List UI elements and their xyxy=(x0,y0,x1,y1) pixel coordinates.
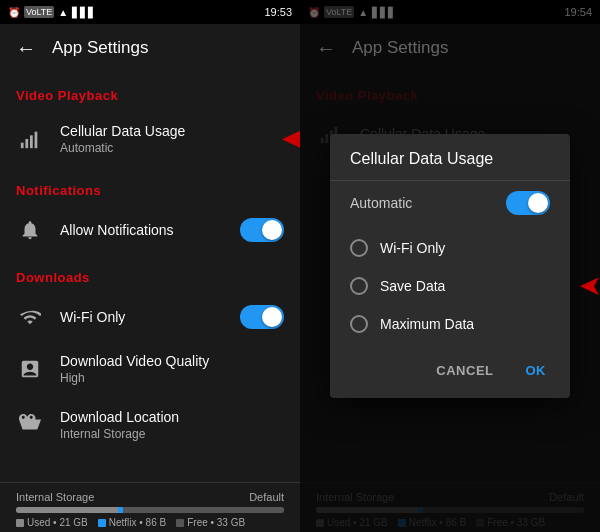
status-bar-left-icons: ⏰ VoLTE ▲ ▋▋▋ xyxy=(8,6,96,18)
alarm-icon: ⏰ xyxy=(8,7,20,18)
legend-free: Free • 33 GB xyxy=(176,517,245,528)
section-video-playback: Video Playback xyxy=(0,72,300,111)
location-icon xyxy=(16,414,44,436)
svg-rect-1 xyxy=(25,139,28,148)
dialog-option-maximum-data-label: Maximum Data xyxy=(380,316,474,332)
wifi-only-item[interactable]: Wi-Fi Only xyxy=(0,293,300,341)
section-downloads: Downloads xyxy=(0,254,300,293)
download-quality-text: Download Video Quality High xyxy=(60,353,284,385)
download-quality-item[interactable]: Download Video Quality High xyxy=(0,341,300,397)
svg-rect-0 xyxy=(21,143,24,149)
radio-wifi-only xyxy=(350,239,368,257)
dialog-automatic-label: Automatic xyxy=(350,195,412,211)
cellular-data-item[interactable]: Cellular Data Usage Automatic ➤ xyxy=(0,111,300,167)
wifi-only-title: Wi-Fi Only xyxy=(60,309,224,325)
dialog-actions: CANCEL OK xyxy=(330,347,570,390)
storage-legend-left: Used • 21 GB Netflix • 86 B Free • 33 GB xyxy=(16,517,284,528)
storage-free-bar xyxy=(123,507,284,513)
download-location-subtitle: Internal Storage xyxy=(60,427,284,441)
storage-bar-left xyxy=(16,507,284,513)
red-arrow-dialog: ➤ xyxy=(579,272,600,300)
download-location-text: Download Location Internal Storage xyxy=(60,409,284,441)
status-time-left: 19:53 xyxy=(264,6,292,18)
wifi-only-text: Wi-Fi Only xyxy=(60,309,224,325)
allow-notifications-title: Allow Notifications xyxy=(60,222,224,238)
svg-rect-2 xyxy=(30,135,33,148)
storage-used-bar xyxy=(16,507,118,513)
dialog-option-wifi-only[interactable]: Wi-Fi Only xyxy=(330,229,570,267)
right-screen: ⏰ VoLTE ▲ ▋▋▋ 19:54 ← App Settings Video… xyxy=(300,0,600,532)
dialog-title: Cellular Data Usage xyxy=(330,150,570,181)
cellular-data-subtitle: Automatic xyxy=(60,141,284,155)
dialog-option-save-data[interactable]: Save Data ➤ xyxy=(330,267,570,305)
dialog-option-maximum-data[interactable]: Maximum Data xyxy=(330,305,570,343)
cellular-data-title: Cellular Data Usage xyxy=(60,123,284,139)
radio-save-data xyxy=(350,277,368,295)
app-title-left: App Settings xyxy=(52,38,148,58)
storage-label-left: Internal Storage xyxy=(16,491,94,503)
dialog-overlay: Cellular Data Usage Automatic Wi-Fi Only… xyxy=(300,0,600,532)
download-location-title: Download Location xyxy=(60,409,284,425)
storage-labels-left: Internal Storage Default xyxy=(16,491,284,503)
cellular-icon xyxy=(16,128,44,150)
volte-icon: VoLTE xyxy=(24,6,54,18)
dialog-automatic-row: Automatic xyxy=(330,181,570,225)
bell-icon xyxy=(16,219,44,241)
dialog-cancel-button[interactable]: CANCEL xyxy=(424,355,505,386)
wifi-toggle[interactable] xyxy=(240,305,284,329)
storage-label-right: Default xyxy=(249,491,284,503)
wifi-icon xyxy=(16,306,44,328)
dialog-option-wifi-only-label: Wi-Fi Only xyxy=(380,240,445,256)
legend-netflix: Netflix • 86 B xyxy=(98,517,166,528)
allow-notifications-text: Allow Notifications xyxy=(60,222,224,238)
notifications-toggle[interactable] xyxy=(240,218,284,242)
download-quality-title: Download Video Quality xyxy=(60,353,284,369)
allow-notifications-item[interactable]: Allow Notifications xyxy=(0,206,300,254)
svg-rect-3 xyxy=(35,132,38,149)
download-quality-subtitle: High xyxy=(60,371,284,385)
dialog-ok-button[interactable]: OK xyxy=(514,355,559,386)
signal-icon: ▋▋▋ xyxy=(72,7,96,18)
radio-maximum-data xyxy=(350,315,368,333)
legend-used: Used • 21 GB xyxy=(16,517,88,528)
app-bar-left: ← App Settings xyxy=(0,24,300,72)
dialog-automatic-toggle[interactable] xyxy=(506,191,550,215)
download-location-item[interactable]: Download Location Internal Storage xyxy=(0,397,300,453)
cellular-data-text: Cellular Data Usage Automatic xyxy=(60,123,284,155)
back-button-left[interactable]: ← xyxy=(16,37,36,60)
left-screen: ⏰ VoLTE ▲ ▋▋▋ 19:53 ← App Settings Video… xyxy=(0,0,300,532)
quality-icon xyxy=(16,358,44,380)
dialog-option-save-data-label: Save Data xyxy=(380,278,445,294)
section-notifications: Notifications xyxy=(0,167,300,206)
wifi-status-icon: ▲ xyxy=(58,7,68,18)
dialog-options: Wi-Fi Only Save Data ➤ Maximum Data xyxy=(330,225,570,347)
storage-section-left: Internal Storage Default Used • 21 GB Ne… xyxy=(0,482,300,532)
cellular-data-dialog: Cellular Data Usage Automatic Wi-Fi Only… xyxy=(330,134,570,398)
status-bar-left: ⏰ VoLTE ▲ ▋▋▋ 19:53 xyxy=(0,0,300,24)
settings-list-left: Video Playback Cellular Data Usage Autom… xyxy=(0,72,300,482)
